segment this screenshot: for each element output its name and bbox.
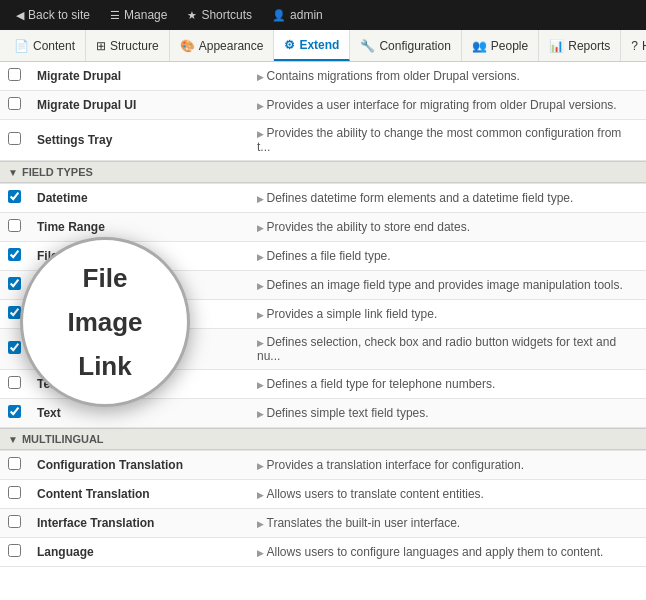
module-name: Migrate Drupal UI xyxy=(29,91,249,120)
content-wrapper: Migrate Drupal Contains migrations from … xyxy=(0,62,646,567)
magnifier-file-label: File xyxy=(83,256,128,300)
manage-link[interactable]: ☰ Manage xyxy=(102,4,175,26)
link-checkbox[interactable] xyxy=(8,306,21,319)
table-row: Content Translation Allows users to tran… xyxy=(0,480,646,509)
nav-configuration[interactable]: 🔧 Configuration xyxy=(350,30,461,61)
admin-user-link[interactable]: 👤 admin xyxy=(264,4,331,26)
nav-structure[interactable]: ⊞ Structure xyxy=(86,30,170,61)
module-desc: Defines a field type for telephone numbe… xyxy=(249,370,646,399)
nav-reports[interactable]: 📊 Reports xyxy=(539,30,621,61)
appearance-icon: 🎨 xyxy=(180,39,195,53)
module-name: Language xyxy=(29,538,249,567)
reports-icon: 📊 xyxy=(549,39,564,53)
module-desc: Contains migrations from older Drupal ve… xyxy=(249,62,646,91)
time-range-checkbox[interactable] xyxy=(8,219,21,232)
configuration-icon: 🔧 xyxy=(360,39,375,53)
module-desc: Allows users to translate content entiti… xyxy=(249,480,646,509)
magnifier-link-label: Link xyxy=(78,344,131,388)
module-desc: Defines datetime form elements and a dat… xyxy=(249,184,646,213)
table-row: Migrate Drupal Contains migrations from … xyxy=(0,62,646,91)
module-name: Content Translation xyxy=(29,480,249,509)
module-name: Datetime xyxy=(29,184,249,213)
star-icon: ★ xyxy=(187,9,197,22)
module-desc: Defines an image field type and provides… xyxy=(249,271,646,300)
user-icon: 👤 xyxy=(272,9,286,22)
structure-icon: ⊞ xyxy=(96,39,106,53)
table-row: Interface Translation Translates the bui… xyxy=(0,509,646,538)
interface-translation-checkbox[interactable] xyxy=(8,515,21,528)
admin-bar: ◀ Back to site ☰ Manage ★ Shortcuts 👤 ad… xyxy=(0,0,646,30)
module-desc: Defines selection, check box and radio b… xyxy=(249,329,646,370)
nav-people[interactable]: 👥 People xyxy=(462,30,539,61)
text-checkbox[interactable] xyxy=(8,405,21,418)
shortcuts-link[interactable]: ★ Shortcuts xyxy=(179,4,260,26)
people-icon: 👥 xyxy=(472,39,487,53)
magnifier-image-label: Image xyxy=(67,300,142,344)
back-to-site-link[interactable]: ◀ Back to site xyxy=(8,4,98,26)
magnifier-overlay: File Image Link xyxy=(20,237,190,407)
multilingual-header: ▼ MULTILINGUAL xyxy=(0,428,646,450)
image-checkbox[interactable] xyxy=(8,277,21,290)
nav-appearance[interactable]: 🎨 Appearance xyxy=(170,30,275,61)
language-checkbox[interactable] xyxy=(8,544,21,557)
module-desc: Provides a user interface for migrating … xyxy=(249,91,646,120)
table-row: Language Allows users to configure langu… xyxy=(0,538,646,567)
back-icon: ◀ xyxy=(16,9,24,22)
table-row: Configuration Translation Provides a tra… xyxy=(0,451,646,480)
module-name: Settings Tray xyxy=(29,120,249,161)
nav-content[interactable]: 📄 Content xyxy=(4,30,86,61)
nav-extend[interactable]: ⚙ Extend xyxy=(274,30,350,61)
section-header-row: ▼ FIELD TYPES xyxy=(0,161,646,184)
module-name: Configuration Translation xyxy=(29,451,249,480)
module-name: Migrate Drupal xyxy=(29,62,249,91)
module-desc: Provides the ability to store end dates. xyxy=(249,213,646,242)
module-desc: Translates the built-in user interface. xyxy=(249,509,646,538)
module-name: Text xyxy=(29,399,249,428)
module-desc: Defines a file field type. xyxy=(249,242,646,271)
triangle-icon: ▼ xyxy=(8,434,18,445)
module-name: Time Range xyxy=(29,213,249,242)
extend-icon: ⚙ xyxy=(284,38,295,52)
nav-help[interactable]: ? Help xyxy=(621,30,646,61)
module-desc: Provides the ability to change the most … xyxy=(249,120,646,161)
manage-icon: ☰ xyxy=(110,9,120,22)
module-desc: Defines simple text field types. xyxy=(249,399,646,428)
telephone-checkbox[interactable] xyxy=(8,376,21,389)
module-desc: Provides a translation interface for con… xyxy=(249,451,646,480)
module-name: Interface Translation xyxy=(29,509,249,538)
table-row: Migrate Drupal UI Provides a user interf… xyxy=(0,91,646,120)
section-header-row: ▼ MULTILINGUAL xyxy=(0,428,646,451)
module-desc: Allows users to configure languages and … xyxy=(249,538,646,567)
migrate-drupal-ui-checkbox[interactable] xyxy=(8,97,21,110)
module-desc: Provides a simple link field type. xyxy=(249,300,646,329)
nav-bar: 📄 Content ⊞ Structure 🎨 Appearance ⚙ Ext… xyxy=(0,30,646,62)
field-types-header: ▼ FIELD TYPES xyxy=(0,161,646,183)
datetime-checkbox[interactable] xyxy=(8,190,21,203)
content-translation-checkbox[interactable] xyxy=(8,486,21,499)
settings-tray-checkbox[interactable] xyxy=(8,132,21,145)
help-icon: ? xyxy=(631,39,638,53)
triangle-icon: ▼ xyxy=(8,167,18,178)
table-row: Datetime Defines datetime form elements … xyxy=(0,184,646,213)
migrate-drupal-checkbox[interactable] xyxy=(8,68,21,81)
config-translation-checkbox[interactable] xyxy=(8,457,21,470)
file-checkbox[interactable] xyxy=(8,248,21,261)
table-row: Settings Tray Provides the ability to ch… xyxy=(0,120,646,161)
options-checkbox[interactable] xyxy=(8,341,21,354)
content-icon: 📄 xyxy=(14,39,29,53)
